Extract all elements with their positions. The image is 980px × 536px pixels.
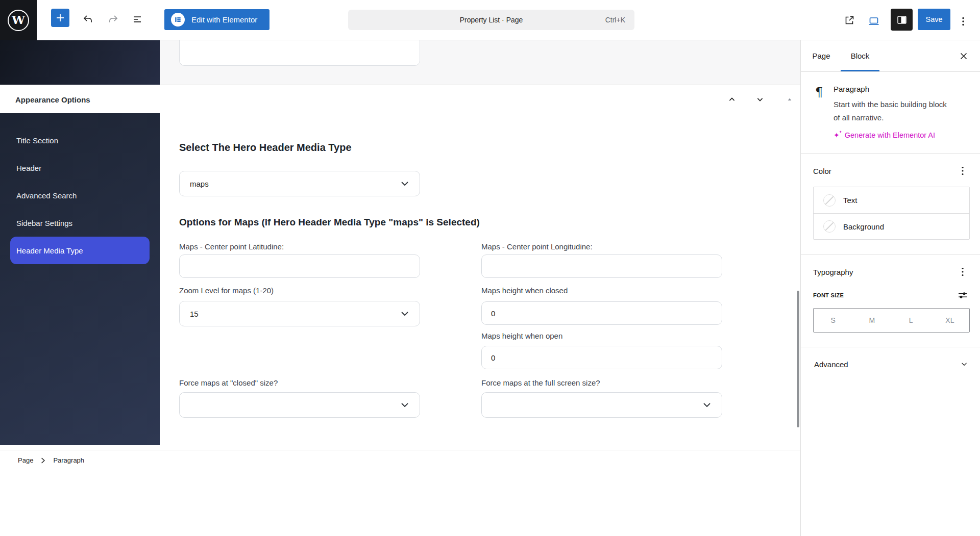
close-icon [958, 50, 970, 62]
force-fullscreen-select[interactable] [481, 392, 722, 418]
force-fullscreen-label: Force maps at the full screen size? [481, 378, 600, 387]
block-inserter-button[interactable] [51, 9, 69, 27]
command-shortcut: Ctrl+K [605, 10, 625, 30]
sliders-icon [957, 289, 969, 301]
move-up-button[interactable] [724, 92, 740, 107]
settings-form: Select The Hero Header Media Type maps O… [160, 113, 800, 450]
zoom-level-select[interactable]: 15 [179, 301, 420, 326]
media-type-heading: Select The Hero Header Media Type [179, 142, 352, 154]
background-color-row[interactable]: Background [814, 213, 969, 239]
edit-with-elementor-label: Edit with Elementor [191, 15, 257, 24]
tab-page[interactable]: Page [802, 40, 841, 71]
view-page-button[interactable] [842, 13, 857, 28]
height-open-input[interactable] [481, 346, 722, 369]
breadcrumb-chevron-icon [41, 457, 45, 464]
font-size-custom-button[interactable] [957, 289, 969, 301]
font-size-xl[interactable]: XL [930, 309, 969, 332]
nav-item-header[interactable]: Header [0, 154, 160, 182]
chevron-down-icon [960, 360, 969, 369]
ai-link-label: Generate with Elementor AI [845, 131, 935, 139]
external-link-icon [843, 14, 855, 27]
list-view-icon [131, 13, 143, 25]
color-options-button[interactable] [957, 165, 969, 177]
kebab-icon [957, 15, 969, 28]
elementor-logo-icon [171, 13, 185, 27]
edit-with-elementor-button[interactable]: Edit with Elementor [164, 9, 270, 30]
undo-icon [82, 13, 94, 25]
background-color-label: Background [843, 222, 884, 231]
settings-sidebar: Page Block ¶ Paragraph Start with the ba… [800, 40, 980, 536]
chevron-up-icon [727, 94, 737, 105]
nav-item-advanced-search[interactable]: Advanced Search [0, 182, 160, 209]
kebab-icon [957, 165, 969, 177]
typography-panel-title: Typography [813, 268, 853, 276]
block-name: Paragraph [834, 85, 947, 93]
height-open-label: Maps height when open [481, 331, 562, 340]
kebab-icon [957, 266, 969, 278]
tab-block[interactable]: Block [841, 40, 879, 71]
breadcrumb-page[interactable]: Page [18, 456, 33, 464]
zoom-level-label: Zoom Level for maps (1-20) [179, 286, 274, 295]
longitude-input[interactable] [481, 254, 722, 278]
typography-panel: Typography FONT SIZE S M L XL [801, 254, 980, 347]
block-description: Start with the basic building block of a… [834, 98, 947, 124]
longitude-label: Maps - Center point Longitudine: [481, 242, 593, 251]
paragraph-block-icon: ¶ [815, 86, 824, 139]
latitude-label: Maps - Center point Latitudine: [179, 242, 284, 251]
partial-text-input[interactable] [179, 40, 420, 66]
chevron-down-icon [703, 403, 710, 407]
move-down-button[interactable] [752, 92, 768, 107]
preview-devices-button[interactable] [866, 13, 881, 29]
generate-with-elementor-ai-link[interactable]: ✦ Generate with Elementor AI [834, 131, 947, 139]
maps-options-heading: Options for Maps (if Hero Header Media T… [179, 217, 480, 228]
close-sidebar-button[interactable] [958, 50, 970, 62]
metabox-title: Appearance Options [15, 85, 90, 114]
media-type-value: maps [190, 180, 209, 188]
color-panel: Color Text Background [801, 154, 980, 254]
chevron-down-icon [401, 403, 408, 407]
text-color-row[interactable]: Text [814, 187, 969, 213]
theme-options-banner [0, 40, 160, 85]
plus-icon [54, 12, 66, 24]
nav-item-title-section[interactable]: Title Section [0, 126, 160, 154]
height-closed-input[interactable] [481, 301, 722, 325]
options-menu-button[interactable] [955, 14, 971, 29]
media-type-select[interactable]: maps [179, 171, 420, 196]
force-closed-select[interactable] [179, 392, 420, 418]
sidebar-panel-icon [896, 14, 908, 26]
chevron-down-icon [401, 312, 408, 316]
breadcrumb-paragraph: Paragraph [53, 456, 84, 464]
collapse-metabox-button[interactable] [782, 92, 797, 107]
no-color-swatch-icon [823, 194, 836, 207]
undo-button[interactable] [80, 12, 95, 27]
wordpress-logo-icon: W [8, 10, 29, 31]
wordpress-logo-button[interactable]: W [0, 0, 37, 40]
redo-icon [107, 13, 119, 25]
font-size-label: FONT SIZE [813, 292, 844, 298]
block-breadcrumb: Page Paragraph [0, 450, 800, 470]
font-size-m[interactable]: M [852, 309, 891, 332]
appearance-options-nav: Title Section Header Advanced Search Sid… [0, 113, 160, 445]
chevron-down-icon [401, 182, 408, 186]
font-size-l[interactable]: L [892, 309, 930, 332]
color-settings-box: Text Background [813, 187, 970, 240]
triangle-up-icon [786, 95, 794, 104]
list-view-button[interactable] [130, 12, 145, 27]
redo-button[interactable] [106, 12, 121, 27]
metabox-header: Appearance Options [0, 85, 800, 113]
color-panel-title: Color [813, 167, 831, 175]
advanced-label: Advanced [814, 360, 848, 369]
latitude-input[interactable] [179, 254, 420, 278]
laptop-icon [868, 15, 880, 27]
font-size-segmented-control: S M L XL [813, 308, 970, 333]
command-palette[interactable]: Property List · Page Ctrl+K [348, 10, 634, 30]
font-size-s[interactable]: S [814, 309, 852, 332]
vertical-scrollbar[interactable] [797, 291, 799, 427]
typography-options-button[interactable] [957, 266, 969, 278]
nav-item-sidebar-settings[interactable]: Sidebar Settings [0, 209, 160, 237]
advanced-panel-toggle[interactable]: Advanced [801, 347, 980, 381]
save-button[interactable]: Save [918, 9, 950, 30]
nav-item-header-media-type[interactable]: Header Media Type [10, 237, 150, 264]
scrolled-content-strip [160, 40, 800, 85]
settings-sidebar-toggle[interactable] [891, 9, 913, 31]
